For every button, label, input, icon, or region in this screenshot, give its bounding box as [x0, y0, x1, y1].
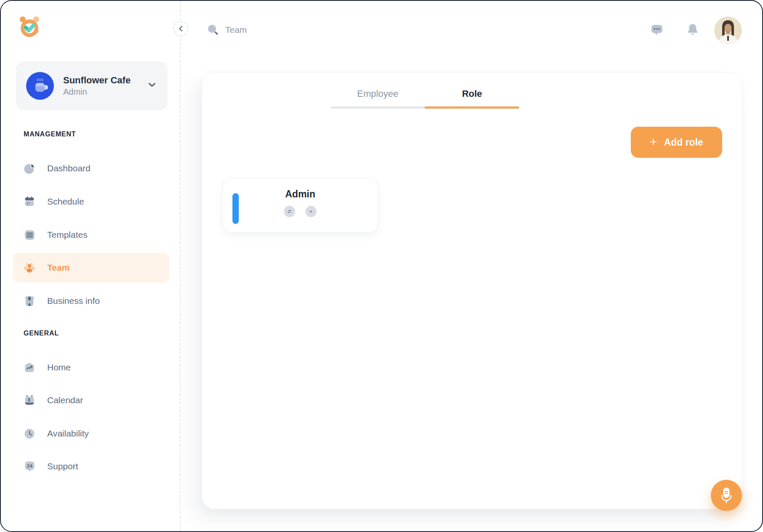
sidebar-item-label: Home [47, 362, 71, 372]
role-color-bar [232, 193, 239, 224]
pie-chart-icon [24, 162, 35, 174]
sidebar-item-templates[interactable]: Templates [13, 221, 169, 248]
user-avatar[interactable] [714, 16, 742, 44]
calendar-icon [24, 196, 35, 207]
sidebar-item-label: Support [47, 461, 78, 471]
sidebar-item-label: Availability [47, 428, 89, 439]
search-icon [207, 24, 219, 36]
sidebar-item-label: Team [47, 263, 69, 273]
sidebar-item-label: Dashboard [47, 163, 91, 173]
swap-icon [286, 208, 293, 215]
tab-underline [331, 106, 425, 109]
chat-button[interactable] [651, 24, 663, 38]
sidebar: Sunflower Cafe Admin MANAGEMENT Dashboar… [1, 1, 181, 531]
sidebar-item-dashboard[interactable]: Dashboard [13, 155, 169, 182]
tab-role[interactable]: Role [425, 73, 519, 109]
tab-underline-active [425, 106, 519, 109]
sidebar-item-label: Schedule [47, 197, 84, 207]
chat-bubble-icon [651, 24, 663, 36]
plus-icon: + [650, 136, 657, 148]
app-window: Sunflower Cafe Admin MANAGEMENT Dashboar… [0, 0, 763, 532]
sidebar-item-support[interactable]: 24 Support [13, 453, 169, 480]
tab-employee[interactable]: Employee [331, 73, 425, 109]
clock-icon [24, 428, 35, 439]
chevron-down-icon [148, 82, 156, 87]
support-24-icon: 24 [24, 460, 35, 472]
role-card-admin: Admin [222, 178, 378, 233]
add-role-button[interactable]: + Add role [631, 127, 722, 158]
voice-assistant-fab[interactable] [711, 480, 742, 511]
coffee-cup-icon [26, 72, 54, 100]
microphone-icon [713, 480, 739, 511]
sidebar-item-label: Calendar [47, 395, 83, 405]
sidebar-item-schedule[interactable]: Schedule [13, 188, 169, 215]
add-role-label: Add role [664, 137, 703, 148]
chevron-left-icon [178, 25, 184, 32]
team-icon [24, 262, 35, 274]
sidebar-item-label: Business info [47, 296, 100, 306]
calendar-badge: 8 [28, 397, 30, 402]
workspace-role: Admin [63, 86, 131, 98]
role-title: Admin [285, 189, 315, 200]
section-label-management: MANAGEMENT [24, 130, 76, 138]
close-icon [308, 209, 314, 214]
team-tabs: Employee Role [331, 73, 519, 109]
section-label-general: GENERAL [24, 330, 59, 337]
notifications-button[interactable] [686, 23, 699, 38]
sidebar-item-business-info[interactable]: Business info [13, 287, 169, 314]
sidebar-item-home[interactable]: Home [13, 354, 169, 381]
avatar-photo [714, 16, 742, 44]
support-badge: 24 [27, 463, 32, 468]
sidebar-item-label: Templates [47, 230, 88, 240]
list-icon [24, 229, 35, 241]
storefront-icon [24, 295, 35, 307]
alarm-clock-check-logo-icon [18, 15, 41, 38]
workspace-name: Sunflower Cafe [63, 74, 131, 87]
role-transfer-button[interactable] [284, 206, 295, 217]
sidebar-item-calendar[interactable]: 8 Calendar [13, 387, 169, 414]
role-actions [284, 206, 317, 217]
workspace-selector[interactable]: Sunflower Cafe Admin [16, 61, 168, 110]
home-trend-icon [24, 362, 35, 373]
team-content-card: Employee Role + Add role Admin [202, 72, 742, 509]
sidebar-collapse-button[interactable] [173, 21, 188, 36]
calendar-8-icon: 8 [24, 394, 35, 406]
page-title: Team [225, 25, 247, 35]
sidebar-item-availability[interactable]: Availability [13, 420, 169, 447]
role-delete-button[interactable] [305, 206, 317, 217]
sidebar-item-team[interactable]: Team [13, 253, 169, 282]
bell-icon [686, 23, 699, 36]
search-bar[interactable]: Team [207, 24, 247, 36]
